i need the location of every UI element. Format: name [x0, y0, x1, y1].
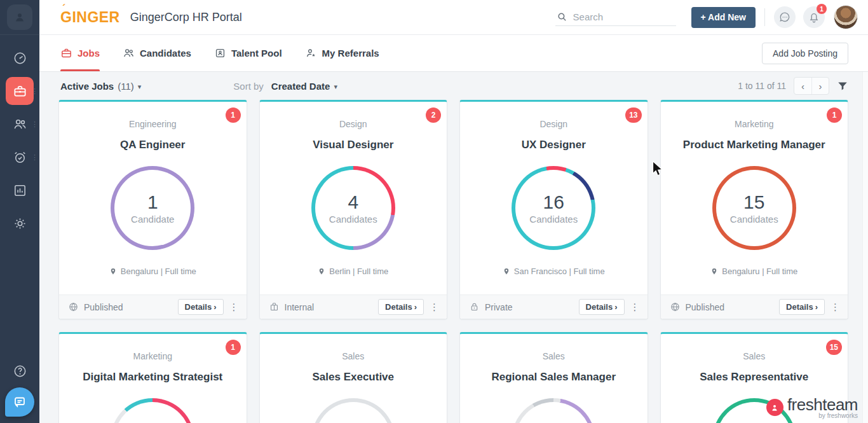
tab-my-referrals[interactable]: My Referrals: [305, 35, 379, 71]
prev-page-button[interactable]: ‹: [794, 78, 811, 94]
people-icon: [123, 47, 135, 59]
sidebar-item-time-off[interactable]: ⋮: [0, 141, 39, 174]
job-title[interactable]: Regional Sales Manager: [460, 371, 648, 384]
chevron-right-icon: ›: [414, 302, 417, 312]
filter-bar: Active Jobs (11) ▾ Sort by Created Date …: [39, 72, 868, 100]
job-title[interactable]: Visual Designer: [260, 139, 447, 151]
new-candidates-badge: 1: [226, 107, 241, 123]
job-department: Design: [460, 119, 648, 129]
job-department: Marketing: [59, 351, 247, 361]
freshteam-icon: [766, 399, 783, 416]
pagination-range: 1 to 11 of 11: [738, 81, 786, 91]
new-candidates-badge: 13: [625, 107, 641, 123]
tab-candidates[interactable]: Candidates: [123, 35, 191, 71]
next-page-button[interactable]: ›: [811, 78, 829, 94]
add-new-button[interactable]: + Add New: [691, 7, 756, 28]
sidebar-item-settings[interactable]: [0, 207, 39, 240]
job-title[interactable]: QA Engineer: [59, 139, 247, 151]
candidate-count: 1: [131, 192, 174, 212]
scrollbar-track[interactable]: [862, 72, 868, 423]
bar-chart-icon: [13, 183, 27, 198]
job-title[interactable]: Sales Representative: [661, 371, 848, 384]
kebab-icon[interactable]: ⋮: [31, 154, 38, 160]
location-text: Bengaluru | Full time: [121, 267, 196, 276]
status-label: Private: [485, 302, 513, 312]
kebab-icon[interactable]: ⋮: [31, 121, 38, 127]
card-menu-button[interactable]: ⋮: [630, 303, 640, 312]
help-icon[interactable]: [13, 364, 27, 378]
job-title[interactable]: Product Marketing Manager: [661, 139, 848, 151]
sidebar-item-reports[interactable]: [0, 174, 39, 207]
job-card[interactable]: 2 Design Visual Designer 4 Candidates Be…: [259, 100, 448, 319]
details-button[interactable]: Details ›: [779, 299, 825, 315]
sidebar-item-jobs[interactable]: ⋮: [0, 74, 39, 107]
tab-jobs[interactable]: Jobs: [60, 35, 100, 71]
job-department: Marketing: [661, 119, 848, 129]
details-button[interactable]: Details ›: [178, 299, 224, 315]
job-card[interactable]: 1 Engineering QA Engineer 1 Candidate Be…: [58, 100, 247, 319]
sort-dropdown[interactable]: Created Date ▾: [271, 81, 337, 92]
chat-launcher-button[interactable]: [5, 387, 34, 417]
job-status: Published: [667, 302, 725, 312]
details-label: Details: [586, 302, 613, 312]
job-card[interactable]: Sales Sales Executive: [259, 332, 448, 423]
location-pin-icon: [503, 267, 510, 276]
active-jobs-dropdown[interactable]: Active Jobs (11) ▾: [60, 81, 141, 92]
briefcase-icon: [6, 77, 34, 105]
candidates-ring-chart: 4 Candidates: [311, 166, 395, 250]
card-menu-button[interactable]: ⋮: [229, 303, 239, 312]
company-logo-icon: [7, 4, 32, 30]
globe-icon: [68, 302, 79, 312]
details-button[interactable]: Details ›: [378, 299, 424, 315]
job-title[interactable]: Digital Marketing Strategist: [59, 371, 247, 384]
status-label: Published: [84, 302, 123, 312]
header-divider: [764, 8, 765, 26]
location-pin-icon: [710, 267, 718, 276]
location-text: San Francisco | Full time: [514, 267, 605, 276]
page-title: GingerCorp HR Portal: [130, 11, 242, 24]
card-menu-button[interactable]: ⋮: [831, 303, 840, 312]
job-status: Private: [466, 302, 513, 312]
filter-funnel-button[interactable]: [837, 80, 848, 92]
people-icon: [13, 117, 27, 132]
details-label: Details: [185, 302, 212, 312]
kebab-icon[interactable]: ⋮: [31, 88, 38, 94]
details-button[interactable]: Details ›: [579, 299, 625, 315]
new-candidates-badge: 15: [826, 340, 842, 355]
job-title[interactable]: Sales Executive: [260, 371, 447, 384]
tab-label: My Referrals: [322, 48, 379, 59]
job-location: San Francisco | Full time: [460, 267, 648, 276]
job-card[interactable]: 1 Marketing Product Marketing Manager 15…: [660, 100, 849, 319]
tab-talent-pool[interactable]: Talent Pool: [214, 35, 282, 71]
chevron-right-icon: ›: [815, 302, 818, 312]
job-card-footer: Internal Details › ⋮: [260, 295, 447, 319]
sidebar-logo[interactable]: [0, 0, 39, 35]
candidates-ring-chart: 1 Candidate: [111, 166, 194, 250]
search-box[interactable]: [555, 8, 676, 26]
card-menu-button[interactable]: ⋮: [430, 303, 439, 312]
details-label: Details: [385, 302, 412, 312]
speech-bubble-icon: [778, 11, 791, 24]
ring-center: 1 Candidate: [131, 192, 174, 225]
messages-button[interactable]: [774, 6, 796, 28]
job-title[interactable]: UX Designer: [460, 139, 648, 151]
job-card[interactable]: Sales Regional Sales Manager: [459, 332, 648, 423]
new-candidates-badge: 1: [827, 107, 842, 123]
ring-center: 15 Candidates: [730, 192, 778, 225]
user-avatar[interactable]: [834, 5, 858, 29]
notifications-button[interactable]: 1: [803, 6, 825, 28]
add-job-posting-button[interactable]: Add Job Posting: [762, 43, 848, 64]
search-input[interactable]: [573, 11, 662, 22]
candidates-ring-chart: [311, 398, 395, 423]
sidebar-item-dashboard[interactable]: [0, 41, 39, 74]
candidate-count-label: Candidates: [529, 214, 578, 225]
notification-badge: 1: [817, 4, 827, 14]
job-card[interactable]: 13 Design UX Designer 16 Candidates San …: [459, 100, 648, 319]
sidebar: ⋮ ⋮ ⋮: [0, 0, 39, 423]
ring-center: 16 Candidates: [529, 192, 578, 225]
sidebar-item-employees[interactable]: ⋮: [0, 107, 39, 141]
briefcase-icon: [60, 47, 72, 59]
tab-label: Candidates: [140, 48, 191, 59]
job-card[interactable]: 1 Marketing Digital Marketing Strategist: [58, 332, 247, 423]
app-window: ⋮ ⋮ ⋮ ´GINGER GingerCo: [0, 0, 868, 423]
